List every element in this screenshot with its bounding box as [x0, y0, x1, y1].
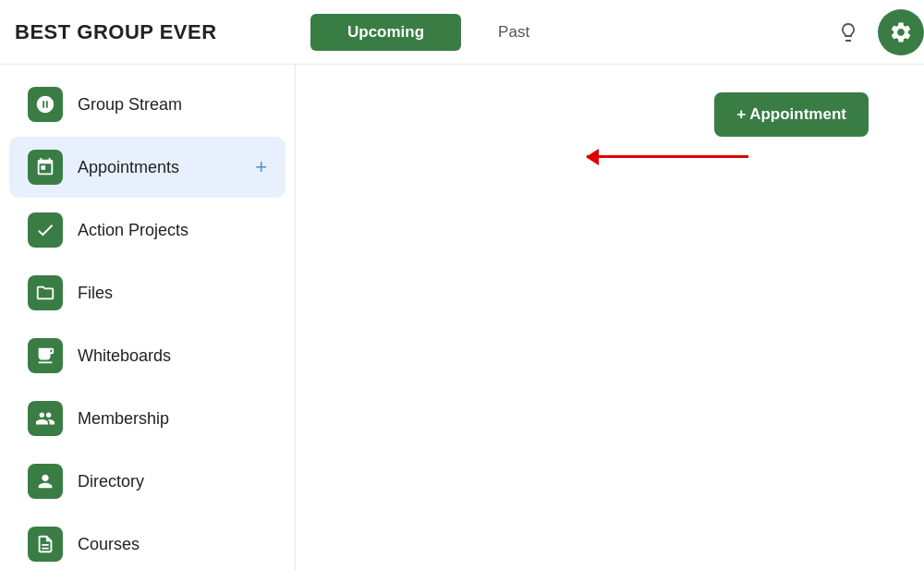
membership-icon	[28, 401, 63, 436]
appointments-label: Appointments	[78, 158, 179, 177]
action-projects-icon	[28, 212, 63, 248]
action-projects-label: Action Projects	[78, 221, 188, 240]
gear-icon	[889, 20, 913, 44]
sidebar-item-appointments[interactable]: Appointments +	[9, 137, 286, 198]
files-label: Files	[78, 284, 113, 303]
sidebar: Group Stream Appointments + Action Proje…	[0, 65, 296, 570]
appointments-add-button[interactable]: +	[255, 157, 267, 177]
directory-label: Directory	[78, 472, 144, 491]
group-stream-icon	[28, 87, 63, 122]
tab-upcoming[interactable]: Upcoming	[310, 14, 461, 51]
arrows-overlay	[296, 65, 924, 570]
sidebar-item-action-projects[interactable]: Action Projects	[9, 200, 286, 261]
whiteboards-label: Whiteboards	[78, 346, 171, 366]
sidebar-item-courses[interactable]: Courses	[9, 514, 286, 570]
add-appointment-button[interactable]: + Appointment	[714, 92, 869, 137]
sidebar-item-directory[interactable]: Directory	[9, 451, 286, 512]
lightbulb-icon	[837, 21, 859, 43]
lightbulb-button[interactable]	[832, 16, 865, 49]
courses-icon	[28, 527, 63, 562]
files-icon	[28, 275, 63, 310]
tab-group: Upcoming Past	[310, 14, 566, 51]
horizontal-arrow-head	[586, 149, 599, 165]
membership-label: Membership	[78, 409, 169, 429]
sidebar-item-whiteboards[interactable]: Whiteboards	[9, 325, 286, 386]
gear-circle-button[interactable]	[878, 9, 924, 55]
appointments-icon	[28, 150, 63, 185]
horizontal-arrow-line	[587, 155, 748, 158]
layout: Group Stream Appointments + Action Proje…	[0, 65, 924, 570]
group-stream-label: Group Stream	[78, 95, 182, 115]
tab-past[interactable]: Past	[461, 14, 566, 51]
sidebar-item-membership[interactable]: Membership	[9, 388, 286, 449]
app-title: BEST GROUP EVER	[15, 20, 310, 44]
courses-label: Courses	[78, 535, 140, 554]
main-content: + Appointment	[296, 65, 924, 570]
header: BEST GROUP EVER Upcoming Past	[0, 0, 924, 65]
sidebar-item-group-stream[interactable]: Group Stream	[9, 74, 286, 135]
directory-icon	[28, 464, 63, 499]
whiteboards-icon	[28, 338, 63, 373]
sidebar-item-files[interactable]: Files	[9, 262, 286, 323]
